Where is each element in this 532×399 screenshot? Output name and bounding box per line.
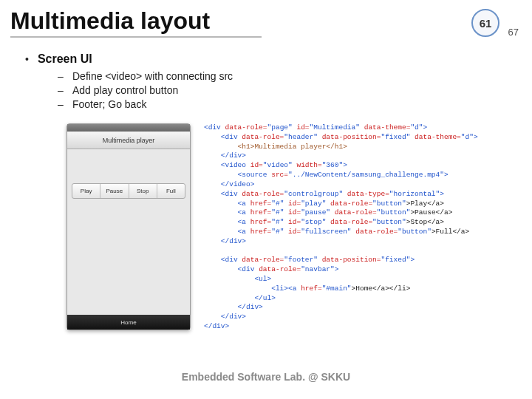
list-item: –Add play control button [58,84,532,96]
phone-body: Play Pause Stop Full [67,149,190,315]
full-button[interactable]: Full [157,184,185,198]
stop-button[interactable]: Stop [129,184,157,198]
phone-status-bar [67,124,190,132]
page-total: 67 [508,27,519,38]
bullet-heading: Screen UI [38,52,92,66]
phone-control-group: Play Pause Stop Full [72,183,185,199]
code-snippet: <div data-role="page" id="Multimedia" da… [204,123,478,332]
list-item: –Define <video> with connecting src [58,70,532,82]
phone-mockup: Multimedia player Play Pause Stop Full H… [66,123,191,330]
play-button[interactable]: Play [72,184,100,198]
page-title: Multimedia layout [10,7,210,35]
phone-header: Multimedia player [67,132,190,149]
page-number-badge: 61 [471,9,499,37]
bullet-icon: • [25,53,29,65]
list-item: –Footer; Go back [58,98,532,110]
pause-button[interactable]: Pause [100,184,129,198]
footer-lab: Embedded Software Lab. @ SKKU [0,371,532,383]
phone-footer: Home [67,315,190,330]
